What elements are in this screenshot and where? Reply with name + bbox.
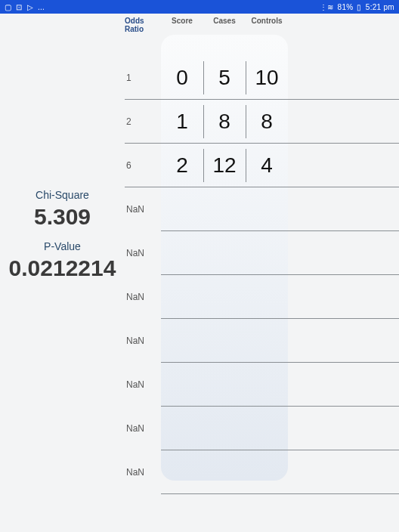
cases-cell[interactable]: 12 [203, 153, 246, 178]
app-surface: Chi-Square 5.309 P-Value 0.0212214 Odds … [0, 14, 399, 532]
odds-ratio-value: NaN [125, 423, 161, 434]
table-row: NaN [125, 275, 399, 319]
status-left: ▢ ⊡ ▷ ... [5, 3, 45, 11]
status-icon: ⊡ [16, 3, 22, 11]
rows-container: 10510218862124NaNNaNNaNNaNNaNNaNNaN [125, 35, 399, 494]
battery-text: 81% [338, 3, 354, 11]
odds-ratio-value: NaN [125, 336, 161, 346]
chi-square-label: Chi-Square [0, 189, 125, 201]
status-right: ⋮≋ 81% ▯ 5:21 pm [320, 3, 394, 11]
p-value-value: 0.0212214 [0, 255, 125, 281]
controls-cell[interactable]: 4 [246, 153, 288, 178]
table-row: NaN [125, 450, 399, 494]
odds-ratio-value: NaN [125, 467, 161, 478]
table-row: 10510 [125, 56, 399, 100]
chi-square-value: 5.309 [0, 204, 125, 230]
header-odds-ratio: Odds Ratio [125, 17, 161, 33]
odds-ratio-value: 2 [125, 116, 161, 127]
odds-ratio-value: NaN [125, 292, 161, 302]
column-headers: Odds Ratio Score Cases Controls [125, 17, 399, 33]
table-row: NaN [125, 319, 399, 363]
battery-icon: ▯ [357, 3, 361, 11]
header-score: Score [161, 17, 203, 33]
status-icon: ... [38, 3, 45, 11]
status-icon: ▷ [27, 3, 33, 11]
odds-ratio-value: NaN [125, 379, 161, 390]
controls-cell[interactable]: 10 [246, 66, 288, 90]
clock: 5:21 pm [366, 3, 394, 11]
odds-ratio-value: 6 [125, 160, 161, 171]
p-value-label: P-Value [0, 240, 125, 252]
odds-ratio-value: NaN [125, 248, 161, 258]
odds-ratio-value: NaN [125, 204, 161, 215]
android-status-bar: ▢ ⊡ ▷ ... ⋮≋ 81% ▯ 5:21 pm [0, 0, 399, 14]
table-row: 62124 [125, 144, 399, 187]
score-cell[interactable]: 1 [161, 110, 203, 134]
score-cell[interactable]: 0 [161, 66, 203, 90]
stats-panel: Chi-Square 5.309 P-Value 0.0212214 [0, 14, 125, 532]
table-row: 2188 [125, 100, 399, 144]
header-cases: Cases [203, 17, 246, 33]
table-row: NaN [125, 187, 399, 231]
table-row: NaN [125, 363, 399, 407]
table-area: Odds Ratio Score Cases Controls 10510218… [125, 14, 399, 532]
table-row: NaN [125, 231, 399, 275]
header-controls: Controls [246, 17, 288, 33]
cases-cell[interactable]: 5 [203, 66, 246, 90]
odds-ratio-value: 1 [125, 73, 161, 83]
status-icon: ▢ [5, 3, 11, 11]
controls-cell[interactable]: 8 [246, 110, 288, 134]
wifi-icon: ⋮≋ [320, 3, 334, 11]
score-cell[interactable]: 2 [161, 153, 203, 178]
table-row: NaN [125, 407, 399, 450]
cases-cell[interactable]: 8 [203, 110, 246, 134]
